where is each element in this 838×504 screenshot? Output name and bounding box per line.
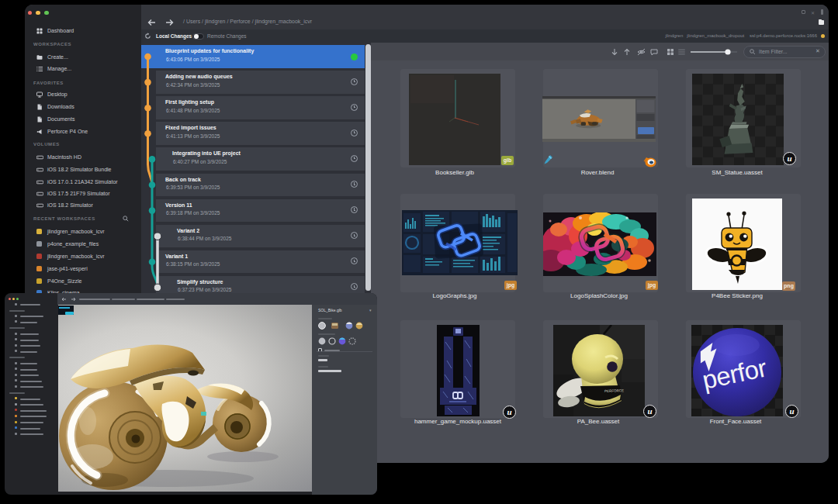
svg-text:PERFORCE: PERFORCE bbox=[604, 388, 624, 393]
